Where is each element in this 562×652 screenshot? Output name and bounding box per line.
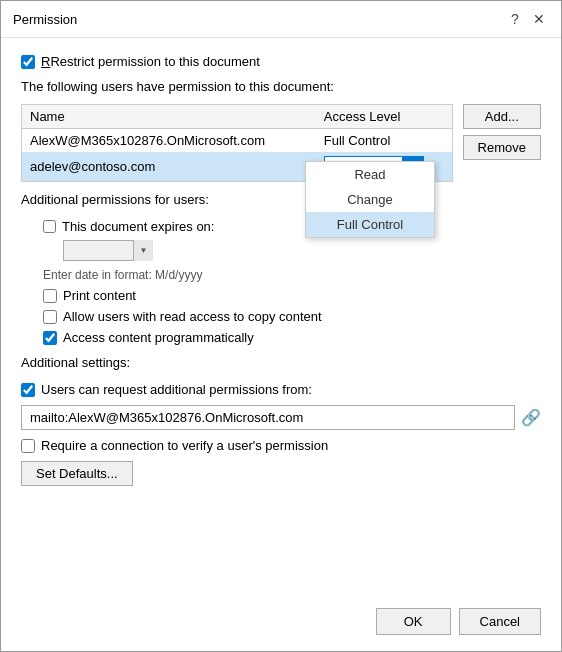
dialog-title: Permission — [13, 12, 77, 27]
table-wrapper: Name Access Level AlexW@M365x102876.OnMi… — [21, 104, 453, 182]
col-name: Name — [22, 105, 316, 129]
set-defaults-row: Set Defaults... — [21, 461, 541, 486]
users-table: Name Access Level AlexW@M365x102876.OnMi… — [22, 105, 452, 181]
programmatic-checkbox[interactable] — [43, 331, 57, 345]
set-defaults-button[interactable]: Set Defaults... — [21, 461, 133, 486]
close-button[interactable]: ✕ — [529, 9, 549, 29]
restrict-label: RRestrict permission to this document — [41, 54, 260, 69]
print-row: Print content — [43, 288, 541, 303]
expires-checkbox[interactable] — [43, 220, 56, 233]
cancel-button[interactable]: Cancel — [459, 608, 541, 635]
dropdown-item-read[interactable]: Read — [306, 162, 434, 187]
additional-perms-indent: This document expires on: Enter date in … — [21, 219, 541, 345]
col-access: Access Level — [316, 105, 452, 129]
additional-perms-header: Additional permissions for users: — [21, 192, 541, 207]
title-bar-controls: ? ✕ — [505, 9, 549, 29]
add-button[interactable]: Add... — [463, 104, 541, 129]
connection-checkbox[interactable] — [21, 439, 35, 453]
link-icon: 🔗 — [521, 408, 541, 427]
email-row: 🔗 — [21, 405, 541, 430]
print-label: Print content — [63, 288, 136, 303]
users-table-container: Name Access Level AlexW@M365x102876.OnMi… — [21, 104, 453, 182]
print-checkbox[interactable] — [43, 289, 57, 303]
side-buttons: Add... Remove — [463, 104, 541, 160]
user-access-2: Read Change Full Control — [316, 152, 452, 181]
remove-button[interactable]: Remove — [463, 135, 541, 160]
dropdown-item-fullcontrol[interactable]: Full Control — [306, 212, 434, 237]
connection-label: Require a connection to verify a user's … — [41, 438, 328, 453]
users-description: The following users have permission to t… — [21, 79, 541, 94]
dialog-footer: OK Cancel — [1, 598, 561, 651]
table-row-selected[interactable]: adelev@contoso.com Read Change Full Cont… — [22, 152, 452, 181]
additional-settings-section: Additional settings: Users can request a… — [21, 355, 541, 486]
table-area: Name Access Level AlexW@M365x102876.OnMi… — [21, 104, 541, 182]
date-row-input — [43, 240, 541, 261]
copy-checkbox[interactable] — [43, 310, 57, 324]
programmatic-row: Access content programmatically — [43, 330, 541, 345]
user-access-1: Full Control — [316, 129, 452, 153]
request-checkbox[interactable] — [21, 383, 35, 397]
access-dropdown-menu: Read Change Full Control — [305, 161, 435, 238]
request-row: Users can request additional permissions… — [21, 382, 541, 397]
ok-button[interactable]: OK — [376, 608, 451, 635]
additional-perms-section: Additional permissions for users: This d… — [21, 192, 541, 345]
email-input[interactable] — [21, 405, 515, 430]
expires-row: This document expires on: — [43, 219, 541, 234]
restrict-row: RRestrict permission to this document — [21, 54, 541, 69]
title-bar: Permission ? ✕ — [1, 1, 561, 38]
expires-label: This document expires on: — [62, 219, 214, 234]
table-row[interactable]: AlexW@M365x102876.OnMicrosoft.com Full C… — [22, 129, 452, 153]
request-label: Users can request additional permissions… — [41, 382, 312, 397]
copy-label: Allow users with read access to copy con… — [63, 309, 322, 324]
date-input[interactable] — [63, 240, 153, 261]
additional-settings-header: Additional settings: — [21, 355, 541, 370]
dialog-body: RRestrict permission to this document Th… — [1, 38, 561, 598]
copy-row: Allow users with read access to copy con… — [43, 309, 541, 324]
connection-row: Require a connection to verify a user's … — [21, 438, 541, 453]
permission-dialog: Permission ? ✕ RRestrict permission to t… — [0, 0, 562, 652]
restrict-checkbox[interactable] — [21, 55, 35, 69]
access-cell: Read Change Full Control — [324, 156, 444, 177]
user-name-2: adelev@contoso.com — [22, 152, 316, 181]
date-input-wrapper — [63, 240, 153, 261]
programmatic-label: Access content programmatically — [63, 330, 254, 345]
dropdown-item-change[interactable]: Change — [306, 187, 434, 212]
date-hint: Enter date in format: M/d/yyyy — [43, 267, 541, 282]
help-button[interactable]: ? — [505, 9, 525, 29]
user-name-1: AlexW@M365x102876.OnMicrosoft.com — [22, 129, 316, 153]
